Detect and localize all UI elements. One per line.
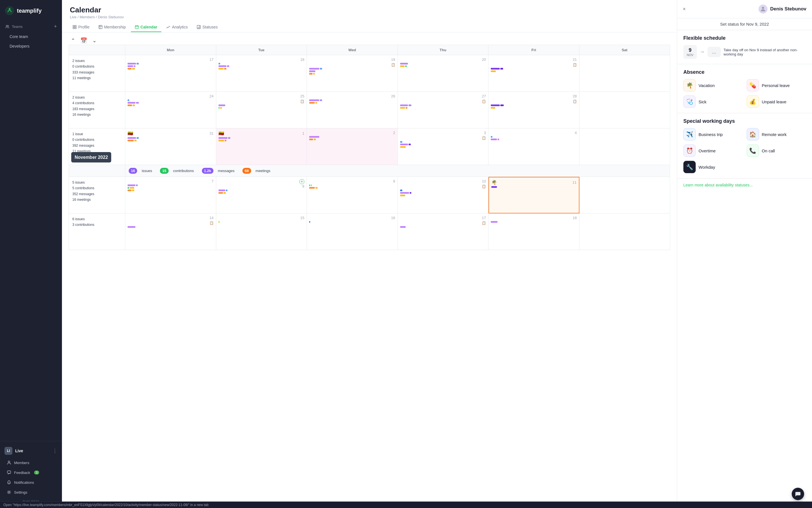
flag-31: 🇱🇹 [128, 131, 133, 136]
feedback-icon [7, 470, 11, 475]
cal-cell-26[interactable]: 26 [307, 92, 398, 128]
cal-cell-19[interactable]: 19 📋 [307, 55, 398, 92]
cal-cell-21[interactable]: 21 📋 [488, 55, 580, 92]
cal-cell-18b[interactable]: 18 [488, 213, 580, 250]
overtime-option[interactable]: ⏰ Overtime [683, 144, 743, 157]
flex-dots-box[interactable]: ... [708, 47, 721, 57]
cal-cell-27[interactable]: 27 📋 [398, 92, 489, 128]
business-trip-icon-box: ✈️ [683, 128, 696, 140]
personal-leave-icon-box: 💊 [747, 79, 759, 91]
absence-options-grid: 🌴 Vacation 💊 Personal leave 🩺 Sick 💰 Unp… [683, 79, 806, 108]
cal-header-thu: Thu [398, 45, 489, 55]
sick-option[interactable]: 🩺 Sick [683, 95, 743, 108]
sidebar-item-notifications[interactable]: Notifications [2, 477, 60, 487]
status-bar: Open "https://live.teamplify.com/members… [0, 502, 812, 508]
cal-stats-row-2: 2 issues 4 contributions 183 messages 16… [69, 92, 125, 128]
cal-cell-14[interactable]: 14 📋 [125, 213, 216, 250]
cal-cell-15[interactable]: 15 [216, 213, 307, 250]
cal-cell-10[interactable]: 10 📋 [398, 177, 489, 213]
cal-cell-17b[interactable]: 17 📋 [398, 213, 489, 250]
unpaid-leave-label: Unpaid leave [762, 99, 787, 104]
cal-cell-7[interactable]: 7 [125, 177, 216, 213]
calendar-wrapper: Mon Tue Wed Thu Fri Sat 2 issues 0 contr… [62, 45, 677, 508]
sidebar-item-feedback[interactable]: Feedback 3 [2, 468, 60, 477]
page-title: Calendar [70, 6, 669, 14]
cal-cell-2[interactable]: 2 [307, 128, 398, 165]
teams-label: Teams [12, 25, 23, 29]
special-working-days-title: Special working days [683, 118, 806, 124]
cal-cell-8[interactable]: + 8 [216, 177, 307, 213]
cal-cell-4[interactable]: 4 [488, 128, 580, 165]
flex-date-month: Nov [687, 53, 693, 56]
workday-option[interactable]: 🔧 Workday [683, 161, 743, 173]
cal-header-tue: Tue [216, 45, 307, 55]
overtime-label: Overtime [698, 149, 716, 153]
cal-cell-31[interactable]: 🇱🇹 31 [125, 128, 216, 165]
settings-icon [7, 490, 11, 495]
workspace-menu-button[interactable]: ⋮ [52, 448, 57, 454]
cal-cell-sat-3[interactable] [580, 128, 670, 165]
page-header: Calendar Live / Members / Denis Stebunov [62, 0, 677, 19]
svg-point-22 [762, 7, 764, 9]
sidebar-item-members[interactable]: Members [2, 458, 60, 467]
vacation-icon-box: 🌴 [683, 79, 696, 91]
sidebar-item-settings[interactable]: Settings [2, 488, 60, 497]
cal-stats-row-4: 5 issues 5 contributions 352 messages 16… [69, 177, 125, 213]
flex-date-box: 9 Nov [683, 45, 697, 59]
analytics-tab-icon [166, 25, 170, 29]
tab-statuses[interactable]: Statuses [193, 23, 222, 32]
cal-cell-1[interactable]: 🇱🇹 1 [216, 128, 307, 165]
notifications-icon [7, 480, 11, 484]
panel-close-button[interactable]: × [683, 6, 686, 12]
svg-rect-14 [135, 26, 138, 29]
prev-month-button[interactable]: ⌃ [69, 36, 77, 45]
tab-membership[interactable]: Membership [95, 23, 130, 32]
business-trip-option[interactable]: ✈️ Business trip [683, 128, 743, 140]
cal-header-mon: Mon [125, 45, 216, 55]
next-month-button[interactable]: ⌄ [90, 36, 99, 45]
cal-cell-20[interactable]: 20 [398, 55, 489, 92]
statuses-tab-icon [197, 25, 201, 29]
cal-cell-11[interactable]: 🌴 11 [488, 177, 580, 213]
teams-icon [5, 25, 9, 29]
chat-bubble-button[interactable] [792, 488, 804, 500]
cal-cell-16[interactable]: 16 [307, 213, 398, 250]
remote-work-label: Remote work [762, 132, 787, 137]
flexible-schedule-content: 9 Nov → ... Take day off on Nov 9 instea… [683, 45, 806, 59]
cal-cell-sat-5[interactable] [580, 213, 670, 250]
learn-more-link[interactable]: Learn more about availability statuses..… [683, 183, 753, 187]
cal-cell-sat-2[interactable] [580, 92, 670, 128]
cal-cell-17[interactable]: 17 [125, 55, 216, 92]
cal-cell-sat-4[interactable] [580, 177, 670, 213]
add-status-icon[interactable]: + [299, 179, 304, 184]
unpaid-leave-option[interactable]: 💰 Unpaid leave [747, 95, 806, 108]
svg-point-0 [5, 6, 14, 15]
cal-cell-28[interactable]: 28 📋 [488, 92, 580, 128]
cal-cell-24[interactable]: 24 [125, 92, 216, 128]
on-call-option[interactable]: 📞 On call [747, 144, 806, 157]
svg-point-4 [8, 461, 10, 463]
cal-cell-9[interactable]: 9 [307, 177, 398, 213]
contributions-badge: 15 [160, 168, 168, 174]
sidebar: teamplify Teams + Core team Developers L… [0, 0, 62, 508]
cal-cell-sat-1[interactable] [580, 55, 670, 92]
month-overlay: November 2022 [71, 152, 111, 163]
tab-calendar[interactable]: Calendar [131, 23, 161, 32]
tab-profile[interactable]: Profile [69, 23, 93, 32]
cal-header-sat: Sat [580, 45, 670, 55]
cal-cell-3[interactable]: 3 📋 [398, 128, 489, 165]
sidebar-item-core-team[interactable]: Core team [2, 32, 60, 41]
tab-analytics[interactable]: Analytics [163, 23, 192, 32]
calendar-nav-icon[interactable]: 📅 [80, 37, 87, 44]
flag-1: 🇱🇹 [218, 131, 224, 136]
cal-cell-18[interactable]: 18 [216, 55, 307, 92]
remote-work-option[interactable]: 🏠 Remote work [747, 128, 806, 140]
vacation-option[interactable]: 🌴 Vacation [683, 79, 743, 91]
sidebar-item-developers[interactable]: Developers [2, 42, 60, 51]
flex-description: Take day off on Nov 9 instead of another… [724, 48, 806, 56]
cal-cell-25[interactable]: 25 📋 [216, 92, 307, 128]
members-label: Members [14, 461, 29, 465]
add-team-button[interactable]: + [54, 24, 57, 30]
personal-leave-option[interactable]: 💊 Personal leave [747, 79, 806, 91]
workday-icon-box: 🔧 [683, 161, 696, 173]
